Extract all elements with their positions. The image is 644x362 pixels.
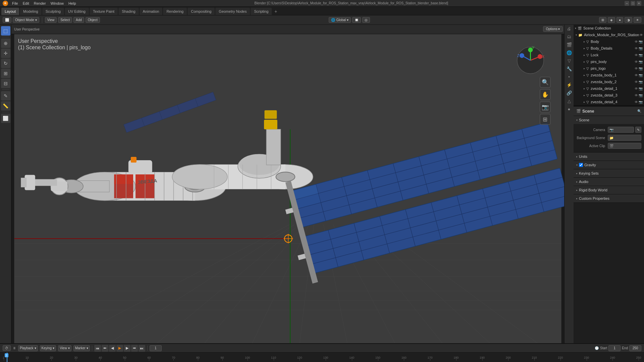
jump-end-btn[interactable]: ⏭: [139, 345, 145, 352]
tree-item-pirs-logo[interactable]: ▸ ▽ pirs_logo 👁 📷: [574, 65, 644, 72]
units-section-header[interactable]: ▸ Units: [574, 153, 644, 161]
tool-select-box[interactable]: ⬚: [1, 26, 10, 36]
select-btn[interactable]: Select: [58, 17, 72, 23]
object-mode-btn[interactable]: Object Mode ▾: [13, 17, 39, 23]
tab-compositing[interactable]: Compositing: [187, 8, 215, 15]
tool-transform[interactable]: ⊟: [1, 79, 10, 88]
zd4-eye[interactable]: 👁: [635, 100, 638, 104]
tree-item-zvezda-detail3[interactable]: ▸ ▽ zvezda_detail_3 👁 📷: [574, 92, 644, 99]
maximize-button[interactable]: □: [631, 1, 635, 6]
close-button[interactable]: ×: [637, 1, 641, 6]
end-frame-input[interactable]: [629, 345, 641, 351]
next-frame-btn[interactable]: ▶: [124, 345, 130, 352]
data-properties-icon[interactable]: △: [566, 97, 573, 105]
menu-window[interactable]: Window: [49, 0, 66, 7]
zd3-cam[interactable]: 📷: [639, 94, 643, 97]
tab-animation[interactable]: Animation: [140, 8, 163, 15]
tool-measure[interactable]: 📏: [1, 101, 10, 111]
body-cam[interactable]: 📷: [639, 40, 643, 44]
next-keyframe-btn[interactable]: ➡: [131, 345, 138, 352]
play-btn[interactable]: ▶: [116, 345, 123, 352]
output-properties-icon[interactable]: 🖨: [566, 25, 573, 32]
bd-cam[interactable]: 📷: [639, 47, 643, 50]
zd1-eye[interactable]: 👁: [635, 87, 638, 90]
world-properties-icon[interactable]: 🌐: [566, 49, 573, 56]
zb1-eye[interactable]: 👁: [635, 73, 638, 77]
tree-item-pirs-body[interactable]: ▸ ▽ pirs_body 👁 📷: [574, 58, 644, 65]
tree-item-body[interactable]: ▸ ▽ Body 👁 📷: [574, 38, 644, 45]
body-eye[interactable]: 👁: [635, 40, 638, 44]
tl-editor-type[interactable]: ⏱: [3, 345, 11, 351]
tab-sculpting[interactable]: Sculpting: [42, 8, 64, 15]
particles-properties-icon[interactable]: •: [566, 73, 573, 80]
viewport-overlays-btn[interactable]: ⊞: [599, 17, 606, 23]
scene-properties-icon[interactable]: 🎬: [566, 41, 573, 48]
editor-type-btn[interactable]: ⬜: [3, 17, 11, 23]
main-viewport[interactable]: ЗВЕЗДА: [11, 34, 564, 343]
object-btn[interactable]: Object: [86, 17, 100, 23]
pb-cam[interactable]: 📷: [639, 60, 643, 64]
tree-item-zvezda-body1[interactable]: ▸ ▽ zvezda_body_1 👁 📷: [574, 72, 644, 78]
keying-sets-header[interactable]: ▸ Keying Sets: [574, 169, 644, 177]
viewport-options-btn[interactable]: Options ▾: [543, 26, 563, 32]
pl-eye[interactable]: 👁: [635, 67, 638, 70]
gravity-section-header[interactable]: ▾ Gravity: [574, 161, 644, 169]
global-transform-btn[interactable]: 🌐 Global ▾: [329, 17, 351, 23]
tree-item-body-details[interactable]: ▸ ▽ Body_Details 👁 📷: [574, 45, 644, 52]
xray-btn[interactable]: ◈: [608, 17, 615, 23]
menu-edit[interactable]: Edit: [21, 0, 31, 7]
tree-airlock-collection[interactable]: ▾ 📁 Airlock_Module_for_ROS_Station 👁 ⚙: [574, 32, 644, 38]
zd3-eye[interactable]: 👁: [635, 94, 638, 97]
shading-solid-btn[interactable]: ●: [616, 17, 623, 23]
timeline-scrubber[interactable]: 1 1 10 20 30 40 50 60 70 80 90 100 110 1…: [0, 353, 644, 362]
minimize-button[interactable]: –: [625, 1, 629, 6]
props-filter-icon[interactable]: 🔍: [637, 109, 641, 113]
custom-props-header[interactable]: ▸ Custom Properties: [574, 194, 644, 202]
bg-scene-value[interactable]: 📁: [608, 135, 641, 141]
playback-dropdown[interactable]: Playback ▾: [18, 345, 38, 351]
zd1-cam[interactable]: 📷: [639, 87, 643, 90]
tree-item-zvezda-detail4[interactable]: ▸ ▽ zvezda_detail_4 👁 📷: [574, 99, 644, 105]
tree-item-lock[interactable]: ▸ ▽ Lock 👁 📷: [574, 52, 644, 58]
tool-move[interactable]: ✛: [1, 49, 10, 58]
tool-add-cube[interactable]: ⬜: [1, 114, 10, 123]
tree-collection-root[interactable]: ▾ 🎬 Scene Collection: [574, 25, 644, 32]
menu-file[interactable]: File: [10, 0, 20, 7]
tree-item-zvezda-body2[interactable]: ▸ ▽ zvezda_body_2 👁 📷: [574, 78, 644, 85]
zd4-cam[interactable]: 📷: [639, 100, 643, 104]
rigid-body-header[interactable]: ▸ Rigid Body World: [574, 186, 644, 194]
constraints-properties-icon[interactable]: 🔗: [566, 89, 573, 97]
eye-icon[interactable]: 👁: [640, 33, 643, 37]
tl-view-dropdown[interactable]: View ▾: [58, 345, 71, 351]
pb-eye[interactable]: 👁: [635, 60, 638, 64]
modifier-properties-icon[interactable]: 🔧: [566, 65, 573, 72]
tree-item-zvezda-detail1[interactable]: ▸ ▽ zvezda_detail_1 👁 📷: [574, 85, 644, 92]
zb1-cam[interactable]: 📷: [639, 73, 643, 77]
material-properties-icon[interactable]: ●: [566, 105, 573, 113]
start-frame-input[interactable]: [608, 345, 621, 351]
zb2-cam[interactable]: 📷: [639, 80, 643, 84]
view-layer-properties-icon[interactable]: 🗂: [566, 33, 573, 40]
lock-eye[interactable]: 👁: [635, 53, 638, 57]
keying-dropdown[interactable]: Keying ▾: [40, 345, 56, 351]
tab-geometry-nodes[interactable]: Geometry Nodes: [215, 8, 250, 15]
zb2-eye[interactable]: 👁: [635, 80, 638, 84]
bd-eye[interactable]: 👁: [635, 47, 638, 50]
tab-add-button[interactable]: +: [272, 8, 279, 15]
tab-texture-paint[interactable]: Texture Paint: [90, 8, 118, 15]
camera-pick-btn[interactable]: ✎: [635, 127, 641, 133]
gravity-checkbox[interactable]: [579, 163, 583, 167]
tree-item-zvezda-panel1[interactable]: ▸ ▽ zvezda_panel_1 👁 📷: [574, 105, 644, 106]
audio-section-header[interactable]: ▸ Audio: [574, 178, 644, 186]
tool-rotate[interactable]: ↻: [1, 59, 10, 68]
tab-rendering[interactable]: Rendering: [163, 8, 187, 15]
prev-keyframe-btn[interactable]: ⬅: [102, 345, 108, 352]
camera-value[interactable]: 📷: [608, 127, 634, 133]
tab-uv-editing[interactable]: UV Editing: [65, 8, 89, 15]
object-properties-icon[interactable]: ▽: [566, 57, 573, 64]
menu-help[interactable]: Help: [66, 0, 78, 7]
view-btn[interactable]: View: [45, 17, 57, 23]
tab-modeling[interactable]: Modeling: [20, 8, 42, 15]
tab-shading[interactable]: Shading: [118, 8, 139, 15]
tool-scale[interactable]: ⊞: [1, 69, 10, 78]
